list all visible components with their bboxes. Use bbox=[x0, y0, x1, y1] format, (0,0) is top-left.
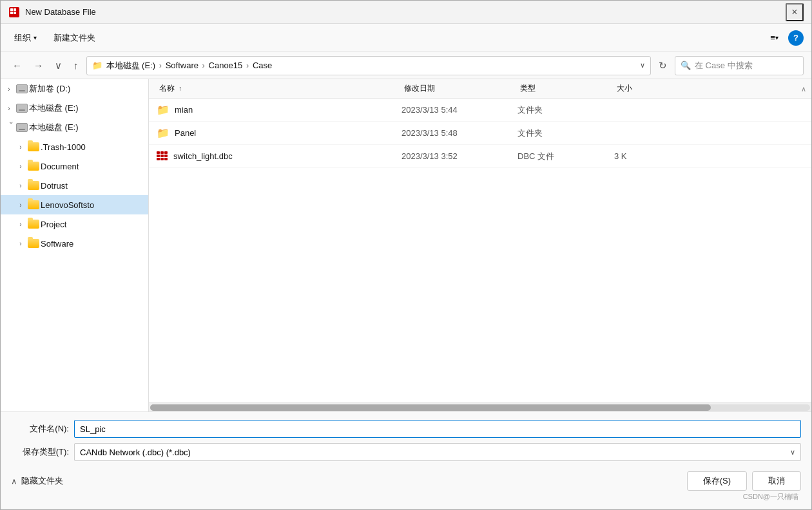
toggle-folder-icon: ∧ bbox=[11, 477, 17, 486]
filename-label: 文件名(N): bbox=[11, 423, 69, 435]
search-placeholder: 在 Case 中搜索 bbox=[695, 60, 753, 71]
file-name-text: Panel bbox=[175, 128, 196, 138]
watermark: CSDN@一只楠喵 bbox=[11, 492, 801, 502]
col-header-name[interactable]: 名称 ↑ bbox=[157, 80, 401, 97]
sidebar-item-label: Dotrust bbox=[41, 181, 143, 191]
filetype-label: 保存类型(T): bbox=[11, 446, 69, 458]
sidebar-item-document[interactable]: › Document bbox=[1, 156, 148, 176]
dbc-icon bbox=[157, 151, 168, 162]
col-header-size[interactable]: 大小 bbox=[614, 80, 666, 97]
view-icon: ≡ bbox=[770, 33, 775, 42]
expand-icon: › bbox=[15, 180, 26, 191]
forward-button[interactable]: → bbox=[30, 57, 47, 73]
new-folder-button[interactable]: 新建文件夹 bbox=[48, 29, 101, 47]
address-bar: ← → ∨ ↑ 📁 本地磁盘 (E:) › Software › Canoe15… bbox=[1, 52, 811, 79]
toggle-folder-button[interactable]: ∧ 隐藏文件夹 bbox=[11, 475, 63, 487]
cancel-button[interactable]: 取消 bbox=[752, 471, 801, 491]
file-row-size: 3 K bbox=[614, 151, 666, 161]
file-row-type: DBC 文件 bbox=[517, 151, 614, 162]
sidebar-item-trash[interactable]: › .Trash-1000 bbox=[1, 137, 148, 156]
bottom-buttons-row: ∧ 隐藏文件夹 保存(S) 取消 bbox=[11, 471, 801, 491]
folder-icon: 📁 bbox=[157, 127, 169, 139]
sidebar-item-label: Project bbox=[41, 220, 143, 229]
folder-icon: 📁 bbox=[157, 104, 169, 116]
folder-icon bbox=[28, 200, 39, 210]
bottom-area: 文件名(N): 保存类型(T): CANdb Network (.dbc) (*… bbox=[1, 411, 811, 509]
sidebar-item-label: .Trash-1000 bbox=[41, 142, 143, 152]
up-icon: ↑ bbox=[73, 60, 79, 71]
back-icon: ← bbox=[12, 60, 22, 71]
expand-icon: › bbox=[15, 218, 26, 230]
save-button[interactable]: 保存(S) bbox=[687, 471, 747, 491]
folder-icon bbox=[28, 180, 39, 191]
svg-rect-4 bbox=[14, 12, 16, 14]
scrollbar-thumb bbox=[150, 404, 711, 411]
address-input[interactable]: 📁 本地磁盘 (E:) › Software › Canoe15 › Case … bbox=[86, 56, 652, 75]
horizontal-scrollbar[interactable] bbox=[150, 404, 810, 411]
file-row-date: 2023/3/13 5:48 bbox=[401, 128, 517, 138]
title-bar: New Database File × bbox=[1, 1, 811, 24]
col-name-label: 名称 bbox=[159, 84, 175, 93]
sidebar-item-new-volume-d[interactable]: › 新加卷 (D:) bbox=[1, 79, 148, 99]
filetype-row: 保存类型(T): CANdb Network (.dbc) (*.dbc) ∨ bbox=[11, 443, 801, 461]
organize-label: 组织 bbox=[14, 32, 31, 44]
col-header-type[interactable]: 类型 bbox=[517, 80, 614, 97]
expand-icon: › bbox=[15, 141, 26, 153]
expand-icon: › bbox=[15, 238, 26, 249]
expand-icon: › bbox=[3, 102, 15, 114]
help-button[interactable]: ? bbox=[788, 30, 804, 46]
sidebar-item-local-e-1[interactable]: › 本地磁盘 (E:) bbox=[1, 99, 148, 118]
col-header-date[interactable]: 修改日期 bbox=[401, 80, 517, 97]
toggle-folder-label: 隐藏文件夹 bbox=[21, 475, 63, 487]
view-button[interactable]: ≡ ▾ bbox=[766, 30, 783, 46]
file-row-switch-light[interactable]: switch_light.dbc 2023/3/13 3:52 DBC 文件 3… bbox=[149, 145, 811, 168]
refresh-button[interactable]: ↻ bbox=[655, 57, 671, 74]
folder-icon bbox=[28, 238, 39, 249]
drive-icon bbox=[16, 122, 28, 133]
search-icon: 🔍 bbox=[681, 61, 691, 70]
address-folder-icon: 📁 bbox=[92, 61, 102, 70]
refresh-icon: ↻ bbox=[659, 60, 667, 71]
sidebar-item-project[interactable]: › Project bbox=[1, 214, 148, 234]
file-list-header: 名称 ↑ 修改日期 类型 大小 bbox=[149, 79, 811, 99]
file-row-name-mian: 📁 mian bbox=[157, 104, 401, 116]
svg-rect-2 bbox=[14, 8, 16, 11]
sidebar-item-lenovosoft[interactable]: › LenovoSoftsto bbox=[1, 195, 148, 214]
dialog-window: New Database File × 组织 ▾ 新建文件夹 ≡ ▾ ? ← →… bbox=[0, 0, 812, 510]
file-row-panel[interactable]: 📁 Panel 2023/3/13 5:48 文件夹 bbox=[149, 122, 811, 145]
search-box[interactable]: 🔍 在 Case 中搜索 bbox=[675, 56, 804, 75]
expand-icon: › bbox=[3, 83, 15, 95]
dialog-title: New Database File bbox=[25, 7, 786, 17]
sidebar-item-dotrust[interactable]: › Dotrust bbox=[1, 176, 148, 195]
filetype-value: CANdb Network (.dbc) (*.dbc) bbox=[80, 448, 191, 457]
select-dropdown-icon: ∨ bbox=[790, 448, 795, 457]
sidebar-item-label: 本地磁盘 (E:) bbox=[29, 122, 143, 133]
file-name-text: mian bbox=[175, 105, 193, 115]
filename-input[interactable] bbox=[74, 420, 801, 438]
main-area: › 新加卷 (D:) › 本地磁盘 (E:) › 本地磁盘 ( bbox=[1, 79, 811, 411]
sidebar-item-local-e-2[interactable]: › 本地磁盘 (E:) bbox=[1, 118, 148, 137]
file-row-name-switch-light: switch_light.dbc bbox=[157, 151, 401, 162]
col-date-label: 修改日期 bbox=[404, 84, 435, 93]
file-row-type: 文件夹 bbox=[517, 128, 614, 139]
file-row-mian[interactable]: 📁 mian 2023/3/13 5:44 文件夹 bbox=[149, 99, 811, 122]
sidebar-item-software[interactable]: › Software bbox=[1, 234, 148, 253]
file-area: 名称 ↑ 修改日期 类型 大小 📁 mia bbox=[149, 79, 811, 411]
up-button[interactable]: ↑ bbox=[70, 57, 82, 73]
down-button[interactable]: ∨ bbox=[51, 57, 66, 74]
back-button[interactable]: ← bbox=[8, 57, 26, 73]
filename-row: 文件名(N): bbox=[11, 420, 801, 438]
sidebar-item-label: LenovoSoftsto bbox=[41, 200, 143, 210]
folder-icon bbox=[28, 219, 39, 229]
close-button[interactable]: × bbox=[786, 3, 804, 21]
organize-button[interactable]: 组织 ▾ bbox=[8, 29, 43, 47]
filetype-select[interactable]: CANdb Network (.dbc) (*.dbc) ∨ bbox=[74, 443, 801, 461]
breadcrumb: 本地磁盘 (E:) › Software › Canoe15 › Case bbox=[106, 60, 273, 71]
folder-icon bbox=[28, 142, 39, 152]
view-drop-icon: ▾ bbox=[775, 34, 778, 41]
svg-rect-3 bbox=[10, 12, 13, 14]
drive-icon bbox=[16, 84, 28, 94]
col-type-label: 类型 bbox=[520, 84, 536, 93]
sidebar: › 新加卷 (D:) › 本地磁盘 (E:) › 本地磁盘 ( bbox=[1, 79, 149, 411]
toolbar: 组织 ▾ 新建文件夹 ≡ ▾ ? bbox=[1, 24, 811, 52]
